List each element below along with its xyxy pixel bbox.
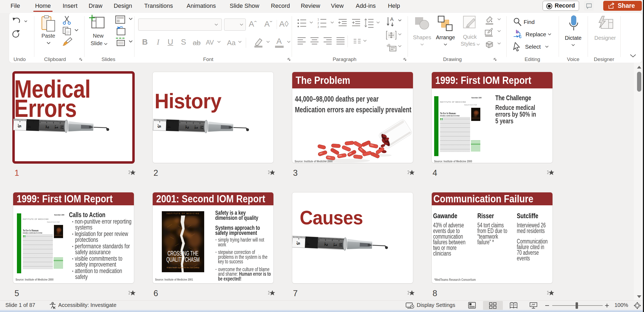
svg-text:A New Health System for the 21: A New Health System for the 21st Century [167,267,199,269]
svg-text:c: c [519,34,522,39]
svg-text:A: A [390,16,394,22]
svg-text:2: 2 [317,21,319,25]
svg-text:3: 3 [317,25,319,28]
svg-text:INSTITUTE OF MEDICINE: INSTITUTE OF MEDICINE [166,213,200,214]
svg-text:QUALITY CHASM: QUALITY CHASM [166,256,200,263]
svg-text:1: 1 [317,18,319,21]
